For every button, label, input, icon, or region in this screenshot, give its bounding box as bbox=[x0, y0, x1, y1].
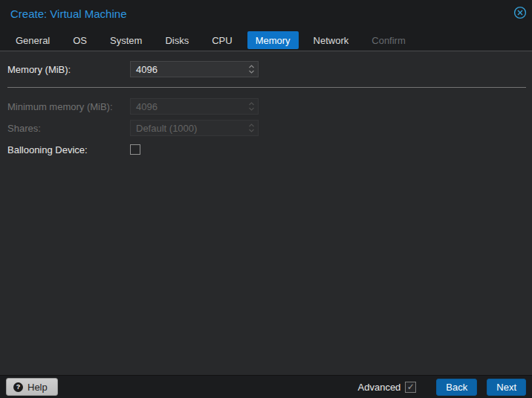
memory-label: Memory (MiB): bbox=[7, 64, 130, 75]
tab-disks[interactable]: Disks bbox=[157, 31, 197, 49]
ballooning-label: Ballooning Device: bbox=[7, 144, 130, 155]
tab-memory[interactable]: Memory bbox=[247, 31, 299, 49]
min-memory-label: Minimum memory (MiB): bbox=[7, 101, 130, 112]
min-memory-input: 4096 bbox=[130, 98, 259, 115]
tab-network[interactable]: Network bbox=[305, 31, 357, 49]
close-icon bbox=[513, 6, 527, 22]
dialog-title: Create: Virtual Machine bbox=[10, 7, 126, 20]
question-icon bbox=[13, 382, 23, 392]
dialog-footer: Help Advanced Back Next bbox=[0, 376, 532, 398]
close-button[interactable] bbox=[513, 6, 528, 21]
create-vm-dialog: Create: Virtual Machine General OS Syste… bbox=[0, 0, 532, 398]
advanced-separator bbox=[7, 87, 526, 88]
tab-general[interactable]: General bbox=[7, 31, 58, 49]
shares-label: Shares: bbox=[7, 123, 130, 134]
tab-cpu[interactable]: CPU bbox=[204, 31, 240, 49]
advanced-label: Advanced bbox=[358, 382, 401, 393]
shares-value: Default (1000) bbox=[136, 123, 248, 134]
form-row-shares: Shares: Default (1000) bbox=[7, 118, 526, 138]
form-row-memory: Memory (MiB): 4096 bbox=[7, 60, 526, 79]
memory-value: 4096 bbox=[136, 64, 248, 75]
next-button[interactable]: Next bbox=[487, 379, 526, 396]
memory-tab-panel: Memory (MiB): 4096 Minimum memory (MiB):… bbox=[0, 51, 532, 376]
ballooning-checkbox[interactable] bbox=[130, 144, 140, 155]
spinner-arrows-icon[interactable] bbox=[248, 64, 255, 74]
form-row-ballooning: Ballooning Device: bbox=[7, 140, 526, 159]
memory-input[interactable]: 4096 bbox=[130, 61, 259, 77]
help-button-label: Help bbox=[27, 382, 48, 393]
spinner-arrows-icon bbox=[248, 101, 255, 112]
back-button[interactable]: Back bbox=[436, 379, 477, 396]
spinner-arrows-icon bbox=[248, 123, 255, 133]
dialog-header: Create: Virtual Machine bbox=[0, 0, 532, 30]
tab-os[interactable]: OS bbox=[65, 31, 95, 49]
advanced-toggle-group: Advanced bbox=[358, 382, 417, 393]
min-memory-value: 4096 bbox=[136, 101, 248, 112]
tab-system[interactable]: System bbox=[102, 31, 150, 49]
wizard-tabbar: General OS System Disks CPU Memory Netwo… bbox=[7, 31, 525, 49]
form-row-min-memory: Minimum memory (MiB): 4096 bbox=[7, 97, 526, 116]
advanced-checkbox[interactable] bbox=[405, 382, 416, 393]
help-button[interactable]: Help bbox=[6, 378, 58, 396]
tab-confirm: Confirm bbox=[363, 31, 414, 49]
shares-input: Default (1000) bbox=[130, 120, 259, 136]
